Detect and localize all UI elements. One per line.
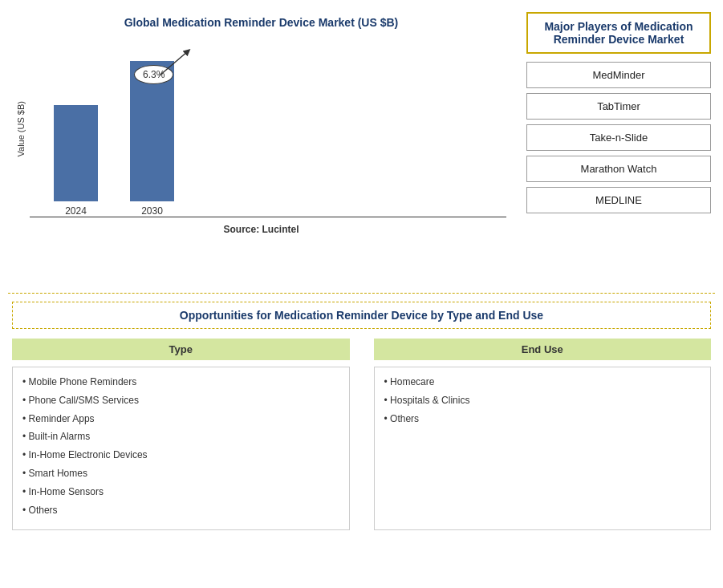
enduse-item-2: Hospitals & Clinics xyxy=(384,394,701,408)
player-item-tabtimer: TabTimer xyxy=(526,93,711,120)
main-container: Global Medication Reminder Device Market… xyxy=(0,0,723,588)
cagr-arrow-icon xyxy=(156,47,196,79)
player-item-medline: MEDLINE xyxy=(526,187,711,213)
player-item-takenlide: Take-n-Slide xyxy=(526,124,711,151)
chart-wrapper: Value (US $B) 6.3% xyxy=(16,41,506,217)
type-item-7: In-Home Sensors xyxy=(22,485,339,499)
type-item-2: Phone Call/SMS Services xyxy=(22,394,339,408)
type-item-1: Mobile Phone Reminders xyxy=(22,375,339,389)
type-item-5: In-Home Electronic Devices xyxy=(22,448,339,462)
type-item-6: Smart Homes xyxy=(22,467,339,481)
type-header: Type xyxy=(12,339,350,360)
enduse-item-3: Others xyxy=(384,412,701,426)
bar-group-2030: 2030 xyxy=(130,61,174,217)
player-item-marathon: Marathon Watch xyxy=(526,156,711,182)
opportunities-content: Type Mobile Phone Reminders Phone Call/S… xyxy=(12,339,711,530)
type-list-box: Mobile Phone Reminders Phone Call/SMS Se… xyxy=(12,367,350,530)
bars-container: 6.3% xyxy=(30,41,506,217)
type-item-4: Built-in Alarms xyxy=(22,430,339,444)
type-item-3: Reminder Apps xyxy=(22,412,339,426)
svg-line-1 xyxy=(160,51,188,75)
bar-label-2024: 2024 xyxy=(65,205,87,217)
y-axis-label: Value (US $B) xyxy=(16,101,26,157)
chart-title: Global Medication Reminder Device Market… xyxy=(124,16,399,29)
enduse-item-1: Homecare xyxy=(384,375,701,389)
players-area: Major Players of Medication Reminder Dev… xyxy=(522,8,715,289)
opportunities-header: Opportunities for Medication Reminder De… xyxy=(12,302,711,329)
section-divider xyxy=(8,293,715,294)
chart-area: Global Medication Reminder Device Market… xyxy=(8,8,514,289)
source-text: Source: Lucintel xyxy=(223,224,299,235)
bar-2024 xyxy=(54,105,98,201)
chart-inner: 6.3% xyxy=(30,41,506,217)
enduse-list-box: Homecare Hospitals & Clinics Others xyxy=(374,367,712,530)
bottom-section: Opportunities for Medication Reminder De… xyxy=(8,298,715,580)
bar-group-2024: 2024 xyxy=(54,105,98,217)
type-column: Type Mobile Phone Reminders Phone Call/S… xyxy=(12,339,350,530)
cagr-annotation: 6.3% xyxy=(134,65,173,84)
baseline xyxy=(30,217,506,217)
player-item-medminder: MedMinder xyxy=(526,62,711,88)
enduse-header: End Use xyxy=(374,339,712,360)
bar-label-2030: 2030 xyxy=(141,205,163,217)
top-section: Global Medication Reminder Device Market… xyxy=(8,8,715,289)
players-header: Major Players of Medication Reminder Dev… xyxy=(526,12,711,54)
enduse-column: End Use Homecare Hospitals & Clinics Oth… xyxy=(374,339,712,530)
type-item-8: Others xyxy=(22,504,339,517)
